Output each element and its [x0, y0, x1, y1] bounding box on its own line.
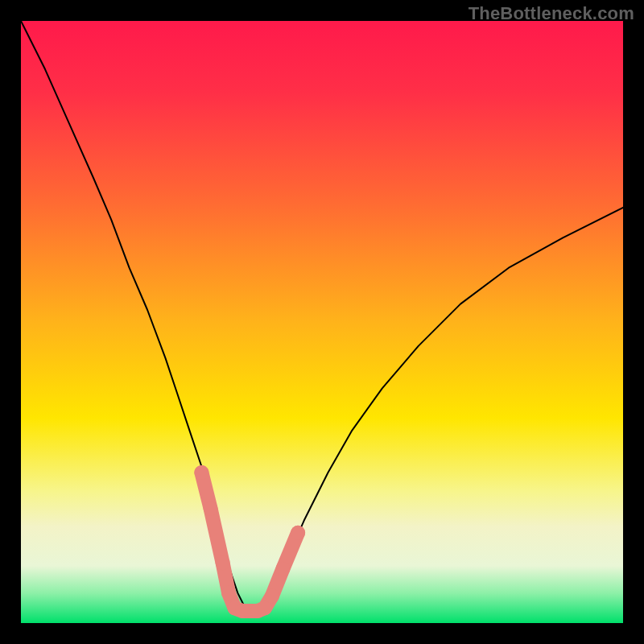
valley-marker: [204, 502, 218, 516]
chart-frame: TheBottleneck.com: [0, 0, 644, 644]
bottleneck-chart: [21, 21, 623, 623]
valley-marker: [275, 562, 290, 576]
valley-marker: [258, 601, 272, 615]
valley-marker: [221, 586, 236, 601]
valley-marker: [265, 588, 279, 603]
plot-area: [21, 21, 623, 623]
watermark-text: TheBottleneck.com: [469, 3, 634, 24]
valley-marker: [194, 465, 208, 480]
gradient-background: [21, 21, 623, 623]
valley-marker: [216, 555, 230, 570]
valley-marker: [291, 526, 305, 540]
